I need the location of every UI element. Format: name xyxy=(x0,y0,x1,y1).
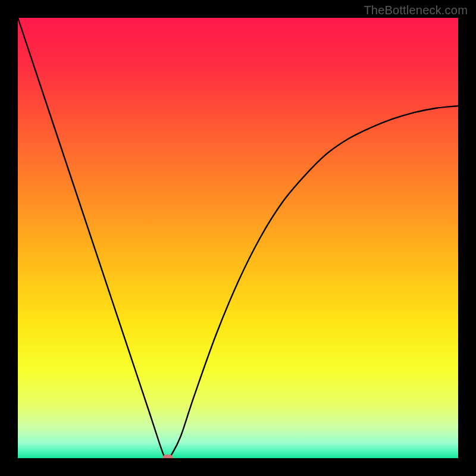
bottleneck-curve xyxy=(18,18,458,458)
chart-frame: TheBottleneck.com xyxy=(0,0,476,476)
watermark-label: TheBottleneck.com xyxy=(364,4,468,17)
minimum-marker xyxy=(162,455,173,458)
plot-area xyxy=(18,18,458,458)
